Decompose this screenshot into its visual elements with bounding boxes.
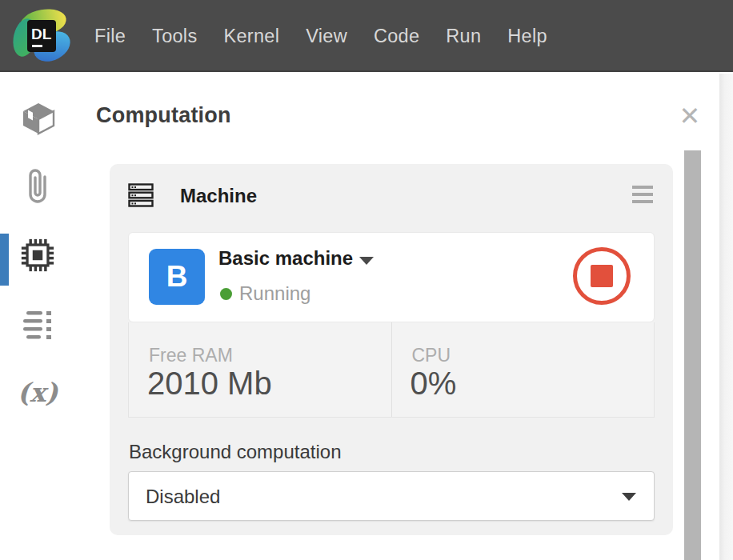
menu-tools[interactable]: Tools bbox=[152, 26, 197, 47]
menu-view[interactable]: View bbox=[306, 26, 347, 47]
package-icon bbox=[21, 101, 56, 136]
menu-run[interactable]: Run bbox=[446, 26, 481, 47]
sidebar-active-indicator bbox=[0, 234, 9, 286]
background-computation-label: Background computation bbox=[129, 441, 342, 463]
computation-panel: (x) Computation ✕ bbox=[0, 74, 719, 560]
chevron-down-icon bbox=[622, 493, 636, 501]
sidebar-item-attached-files[interactable] bbox=[26, 168, 50, 205]
sidebar-item-packages[interactable] bbox=[21, 101, 56, 136]
menu-kernel[interactable]: Kernel bbox=[223, 26, 279, 47]
machine-status: Running bbox=[220, 282, 310, 305]
paperclip-icon bbox=[26, 168, 50, 205]
outline-list-icon bbox=[22, 310, 54, 341]
cpu-chip-icon bbox=[19, 237, 56, 274]
card-menu-icon[interactable] bbox=[632, 186, 653, 205]
server-icon bbox=[128, 183, 154, 210]
page-title: Computation bbox=[96, 103, 231, 128]
background-computation-select[interactable]: Disabled bbox=[128, 471, 655, 521]
stat-cpu: CPU 0% bbox=[391, 322, 655, 417]
selected-option: Disabled bbox=[146, 486, 220, 508]
menu-items: File Tools Kernel View Code Run Help bbox=[94, 0, 547, 72]
stat-free-ram: Free RAM 2010 Mb bbox=[129, 322, 391, 417]
menu-file[interactable]: File bbox=[94, 26, 126, 47]
machine-card-title: Machine bbox=[180, 185, 257, 207]
menu-help[interactable]: Help bbox=[507, 26, 547, 47]
status-dot-icon bbox=[220, 288, 232, 300]
machine-avatar: B bbox=[149, 249, 205, 305]
stop-machine-button[interactable] bbox=[573, 247, 631, 305]
sidebar-item-outline[interactable] bbox=[22, 310, 54, 341]
machine-card-header: Machine bbox=[128, 183, 655, 207]
menu-code[interactable]: Code bbox=[374, 26, 419, 47]
close-icon[interactable]: ✕ bbox=[677, 104, 703, 130]
machine-stats: Free RAM 2010 Mb CPU 0% bbox=[128, 322, 655, 418]
background-surface-edge bbox=[719, 74, 733, 560]
sidebar-item-computation[interactable] bbox=[19, 237, 56, 274]
stat-value: 2010 Mb bbox=[147, 366, 272, 402]
stop-icon bbox=[591, 265, 613, 287]
machine-card: Machine B Basic machine Running Free RAM… bbox=[110, 164, 673, 535]
sidebar-item-variables[interactable]: (x) bbox=[18, 376, 58, 408]
menubar: DL File Tools Kernel View Code Run Help bbox=[0, 0, 733, 72]
stat-label: Free RAM bbox=[149, 345, 233, 366]
machine-row: B Basic machine Running bbox=[128, 232, 655, 322]
scrollbar-thumb[interactable] bbox=[684, 150, 701, 560]
stat-value: 0% bbox=[411, 366, 457, 402]
variables-icon: (x) bbox=[18, 377, 58, 408]
machine-name[interactable]: Basic machine bbox=[218, 247, 353, 270]
stat-label: CPU bbox=[412, 345, 451, 366]
logo-letters: DL bbox=[31, 26, 52, 42]
datalore-logo-icon[interactable]: DL bbox=[11, 6, 72, 66]
chevron-down-icon[interactable] bbox=[359, 257, 374, 265]
status-text: Running bbox=[239, 282, 310, 305]
